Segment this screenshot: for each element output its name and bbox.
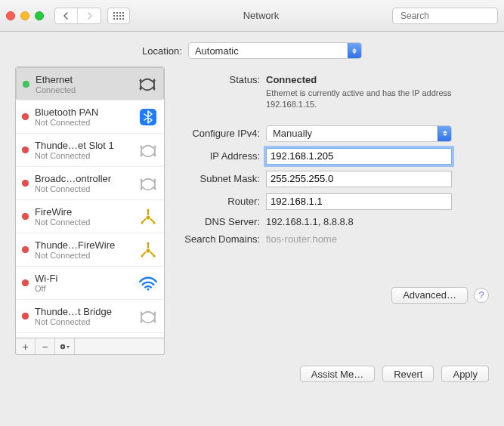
dns-server-value: 192.168.1.1, 8.8.8.8 (266, 216, 489, 227)
subnet-mask-input[interactable] (266, 171, 452, 187)
gear-icon (59, 342, 71, 351)
search-input[interactable] (400, 11, 504, 21)
status-dot-icon (22, 246, 29, 253)
service-status: Not Connected (35, 317, 132, 326)
close-window-button[interactable] (6, 11, 15, 20)
detail-panel: Status: Connected Ethernet is currently … (175, 66, 489, 355)
dns-server-label: DNS Server: (175, 216, 266, 227)
service-name: Wi-Fi (35, 273, 132, 284)
svg-marker-31 (140, 321, 143, 323)
show-all-button[interactable] (107, 8, 130, 24)
forward-button[interactable] (78, 8, 100, 23)
firewire-icon (138, 208, 158, 226)
location-select[interactable]: Automatic (188, 42, 362, 59)
svg-marker-4 (139, 88, 142, 91)
svg-point-28 (147, 288, 149, 290)
svg-point-26 (153, 255, 155, 257)
router-input[interactable] (266, 193, 452, 210)
service-name: FireWire (35, 206, 132, 218)
status-dot-icon (22, 180, 29, 187)
service-status: Not Connected (35, 184, 132, 193)
configure-ipv4-select[interactable]: Manually (266, 125, 452, 142)
svg-line-16 (151, 219, 154, 222)
service-actions-menu[interactable] (55, 338, 75, 354)
service-name: Ethernet (36, 74, 131, 85)
svg-marker-30 (153, 311, 156, 313)
footer: Assist Me… Revert Apply (0, 355, 504, 382)
svg-marker-32 (153, 321, 156, 323)
apply-button[interactable]: Apply (441, 366, 489, 382)
zoom-window-button[interactable] (35, 11, 44, 20)
svg-marker-5 (153, 88, 156, 91)
revert-button[interactable]: Revert (382, 366, 434, 382)
service-name: Thunde…FireWire (35, 239, 132, 251)
svg-marker-3 (153, 79, 156, 81)
service-name: Broadc…ontroller (35, 173, 132, 184)
ip-address-input[interactable] (266, 148, 452, 165)
status-dot-icon (22, 279, 29, 286)
subnet-mask-label: Subnet Mask: (175, 173, 266, 184)
status-label: Status: (175, 74, 266, 85)
chevron-updown-icon (348, 43, 361, 58)
svg-marker-13 (153, 188, 156, 190)
sidebar-item-firewire[interactable]: FireWire Not Connected (16, 200, 164, 233)
window-title: Network (136, 10, 386, 21)
configure-ipv4-value: Manually (273, 128, 312, 139)
minimize-window-button[interactable] (20, 11, 29, 20)
status-dot-icon (22, 113, 29, 120)
svg-line-23 (151, 252, 154, 255)
svg-marker-11 (153, 178, 156, 181)
status-dot-icon (22, 213, 29, 220)
sidebar-item-bluetooth-pan[interactable]: Bluetooth PAN Not Connected (16, 100, 164, 134)
sidebar-item-broadc-ontroller[interactable]: Broadc…ontroller Not Connected (16, 167, 164, 200)
firewire-icon (138, 241, 158, 259)
svg-line-17 (143, 219, 146, 222)
status-dot-icon (23, 81, 29, 88)
service-status: Not Connected (35, 151, 132, 160)
ip-address-label: IP Address: (175, 150, 266, 162)
wifi-icon (138, 274, 158, 292)
svg-marker-7 (153, 145, 156, 147)
svg-marker-8 (140, 155, 143, 157)
window-controls (6, 11, 44, 20)
help-button[interactable]: ? (474, 288, 489, 303)
sidebar-item-ethernet[interactable]: Ethernet Connected (16, 67, 164, 100)
status-value: Connected (266, 74, 489, 85)
svg-marker-29 (140, 311, 143, 313)
search-field[interactable] (392, 8, 498, 24)
location-label: Location: (142, 45, 182, 57)
svg-marker-10 (140, 178, 143, 181)
status-dot-icon (22, 313, 29, 320)
sidebar-item-thunde-firewire[interactable]: Thunde…FireWire Not Connected (16, 233, 164, 267)
service-status: Not Connected (35, 218, 132, 227)
svg-point-18 (147, 208, 149, 211)
ethernet-icon (138, 174, 158, 193)
service-name: Thunde…et Slot 1 (35, 140, 132, 151)
svg-line-24 (143, 252, 146, 255)
add-service-button[interactable]: + (16, 338, 36, 354)
svg-marker-2 (139, 79, 142, 81)
sidebar-item-thunde-t-bridge[interactable]: Thunde…t Bridge Not Connected (16, 300, 164, 333)
svg-point-25 (147, 242, 149, 244)
titlebar: Network (0, 0, 504, 32)
service-sidebar: Ethernet Connected Bluetooth PAN Not Con… (15, 66, 165, 355)
status-description: Ethernet is currently active and has the… (266, 88, 462, 110)
back-button[interactable] (55, 8, 78, 23)
chevron-updown-icon (438, 126, 451, 141)
remove-service-button[interactable]: − (36, 338, 55, 354)
ethernet-icon (138, 75, 157, 93)
svg-marker-6 (140, 145, 143, 147)
sidebar-item-thunde-et-slot-1[interactable]: Thunde…et Slot 1 Not Connected (16, 134, 164, 167)
service-list: Ethernet Connected Bluetooth PAN Not Con… (15, 66, 165, 338)
status-dot-icon (22, 147, 29, 153)
nav-back-forward (54, 8, 101, 24)
sidebar-item-wi-fi[interactable]: Wi-Fi Off (16, 267, 164, 300)
svg-marker-9 (153, 155, 156, 157)
search-domains-label: Search Domains: (175, 233, 266, 245)
grid-icon (113, 12, 124, 20)
svg-point-19 (153, 221, 155, 224)
assist-me-button[interactable]: Assist Me… (300, 366, 375, 382)
ethernet-icon (138, 307, 158, 326)
advanced-button[interactable]: Advanced… (391, 287, 468, 304)
sidebar-footer: + − (15, 338, 165, 355)
